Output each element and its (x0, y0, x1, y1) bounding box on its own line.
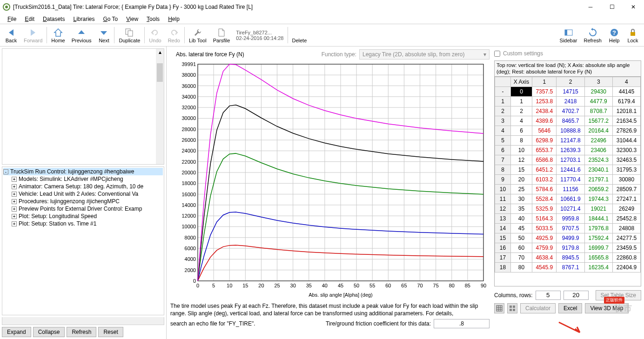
grid-view-icon[interactable] (507, 303, 517, 313)
reset-button[interactable]: Reset (98, 327, 123, 337)
svg-rect-1 (128, 31, 133, 36)
menu-file[interactable]: File (4, 15, 20, 23)
svg-text:2000: 2000 (185, 267, 196, 273)
delete-icon (294, 27, 304, 38)
tree-item[interactable]: +Preview Points for External Driver Cont… (3, 205, 163, 213)
menu-help[interactable]: Help (164, 15, 183, 23)
wrench-icon (193, 27, 203, 38)
tree-item[interactable]: +Procedures: lujinggenzong #jichengMPC (3, 198, 163, 205)
scrollbar-vertical[interactable]: ▴ (156, 49, 164, 164)
svg-rect-3 (565, 30, 567, 35)
delete-button[interactable]: Delete (289, 25, 310, 45)
chevron-down-icon: ▾ (483, 51, 486, 58)
svg-text:50: 50 (354, 283, 359, 288)
sidebar-button[interactable]: Sidebar (557, 25, 581, 45)
menu-libraries[interactable]: Libraries (69, 15, 98, 23)
watermark: 软市 (614, 303, 633, 314)
tree-item[interactable]: +Vehicle: Lead Unit with 2 Axles: Conven… (3, 190, 163, 198)
refresh-button[interactable]: Refresh (580, 25, 605, 45)
data-table[interactable]: X Axis1234-07357.5147152943044145111253.… (494, 76, 641, 286)
next-button[interactable]: Next (94, 25, 113, 45)
undo-icon (150, 27, 160, 38)
tree-root[interactable]: -TruckSim Run Control: lujinggenzong #he… (3, 168, 163, 175)
svg-text:4000: 4000 (185, 256, 196, 262)
svg-text:8000: 8000 (185, 235, 196, 240)
home-icon (53, 27, 63, 38)
tree-view[interactable]: -TruckSim Run Control: lujinggenzong #he… (2, 166, 164, 315)
tree-item[interactable]: +Plot: Setup: Longitudinal Speed (3, 213, 163, 220)
tree-item[interactable]: +Models: Simulink: LKAdriver #MPCjicheng (3, 175, 163, 183)
right-panel: Custom settings Top row: vertical tire l… (493, 47, 644, 339)
excel-button[interactable]: Excel (558, 303, 582, 313)
maximize-button[interactable]: ☐ (601, 0, 623, 14)
tree-item[interactable]: +Animator: Camera Setup: 180 deg. Azimut… (3, 183, 163, 190)
refresh-tree-button[interactable]: Refresh (67, 327, 96, 337)
parsfile-button[interactable]: Parsfile (210, 25, 234, 45)
menubar: File Edit Datasets Libraries Go To View … (0, 14, 644, 24)
svg-text:35: 35 (306, 283, 312, 288)
close-button[interactable]: ✕ (623, 0, 644, 14)
menu-tools[interactable]: Tools (143, 15, 163, 23)
collapse-button[interactable]: Collapse (33, 327, 65, 337)
lock-button[interactable]: Lock (624, 25, 642, 45)
down-arrow-icon (99, 27, 109, 38)
svg-text:60: 60 (385, 283, 391, 288)
svg-text:5: 5 (212, 283, 215, 288)
friction-coef-input[interactable] (434, 319, 490, 328)
svg-text:90: 90 (481, 283, 486, 288)
svg-rect-96 (510, 309, 512, 311)
svg-text:6000: 6000 (185, 246, 196, 251)
menu-view[interactable]: View (122, 15, 142, 23)
refresh-icon (588, 27, 598, 38)
svg-text:10000: 10000 (181, 224, 196, 229)
undo-button[interactable]: Undo (146, 25, 164, 45)
svg-text:10: 10 (227, 283, 232, 288)
svg-text:45: 45 (338, 283, 343, 288)
function-type-select[interactable]: Legacy Tire (2D, absolute slip, from zer… (359, 49, 490, 60)
svg-text:55: 55 (369, 283, 375, 288)
function-type-label: Function type: (322, 51, 356, 58)
left-top-list[interactable]: ▴ (2, 48, 164, 165)
menu-edit[interactable]: Edit (21, 15, 38, 23)
toolbar: Back Forward Home Previous Next Duplicat… (0, 24, 644, 47)
calculator-button[interactable]: Calculator (520, 303, 556, 313)
previous-button[interactable]: Previous (68, 25, 95, 45)
redo-button[interactable]: Redo (165, 25, 183, 45)
friction-coef-label: Tire/ground friction coefficient for thi… (326, 320, 431, 327)
svg-text:26000: 26000 (181, 137, 196, 143)
description-text: The tire model uses peak Fy at each Fz. … (170, 302, 490, 317)
menu-datasets[interactable]: Datasets (39, 15, 68, 23)
file-icon (216, 27, 227, 38)
duplicate-button[interactable]: Duplicate (115, 25, 143, 45)
parsfile-date: 02-24-2016 00:14:28 (236, 35, 283, 41)
help-button[interactable]: ?Help (605, 25, 624, 45)
columns-input[interactable] (536, 291, 561, 300)
forward-button[interactable]: Forward (20, 25, 46, 45)
svg-text:38000: 38000 (181, 72, 196, 78)
svg-text:39991: 39991 (181, 61, 196, 67)
svg-text:15: 15 (242, 283, 248, 288)
svg-text:65: 65 (401, 283, 407, 288)
chart-area[interactable]: 0200040006000800010000120001400016000180… (170, 60, 490, 299)
home-button[interactable]: Home (48, 25, 68, 45)
svg-text:20000: 20000 (181, 170, 196, 175)
tree-item[interactable]: +Plot: Setup: Station vs. Time #1 (3, 220, 163, 227)
custom-settings-checkbox[interactable] (494, 51, 500, 57)
menu-goto[interactable]: Go To (99, 15, 121, 23)
parsfile-info: TireFy_b8272... 02-24-2016 00:14:28 (233, 25, 286, 45)
svg-text:40: 40 (322, 283, 328, 288)
rows-input[interactable] (564, 291, 589, 300)
chart-ylabel: Abs. lateral tire force Fy (N) (170, 51, 322, 58)
left-panel: ▴ -TruckSim Run Control: lujinggenzong #… (0, 47, 167, 339)
back-button[interactable]: Back (2, 25, 20, 45)
description-text-2: search an echo file for "FY_TIRE". (170, 320, 255, 327)
forward-arrow-icon (28, 27, 38, 38)
scrollbar-horizontal[interactable] (2, 317, 164, 325)
libtool-button[interactable]: Lib Tool (186, 25, 210, 45)
svg-text:20: 20 (258, 283, 264, 288)
svg-text:34000: 34000 (181, 94, 196, 100)
minimize-button[interactable]: ─ (580, 0, 601, 14)
expand-button[interactable]: Expand (2, 327, 31, 337)
table-view-icon[interactable] (494, 303, 504, 313)
back-arrow-icon (6, 27, 16, 38)
